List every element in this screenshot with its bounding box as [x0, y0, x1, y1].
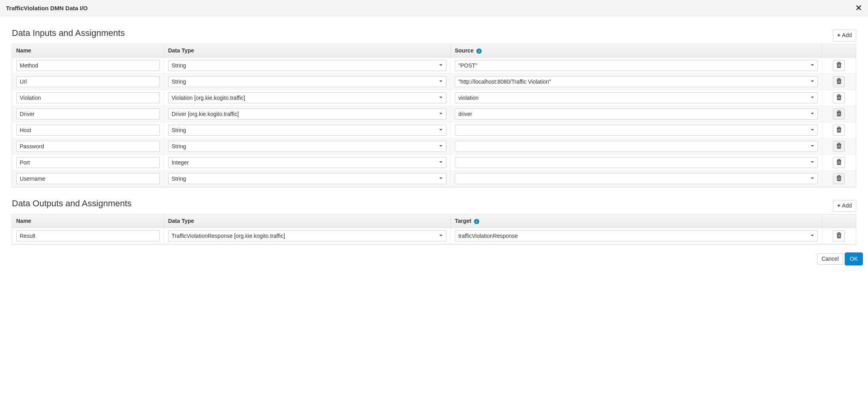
add-input-label: Add: [842, 32, 852, 39]
inputs-type-select[interactable]: [168, 92, 447, 103]
cell-type: [164, 58, 451, 74]
delete-row-button[interactable]: [833, 76, 845, 87]
cell-source: [451, 138, 822, 155]
cell-source: [451, 106, 822, 122]
inputs-type-value[interactable]: [168, 157, 447, 168]
info-icon[interactable]: i: [474, 219, 480, 224]
outputs-col-target: Target i: [451, 215, 822, 228]
inputs-name-input[interactable]: [16, 125, 160, 136]
delete-row-button[interactable]: [833, 173, 845, 184]
modal-footer: Cancel OK: [0, 248, 868, 270]
add-input-button[interactable]: +Add: [833, 30, 856, 41]
trash-icon: [836, 232, 842, 239]
cell-type: [164, 74, 451, 90]
outputs-type-value[interactable]: [168, 230, 447, 241]
inputs-source-value[interactable]: [455, 173, 817, 184]
inputs-source-select[interactable]: [455, 141, 817, 152]
trash-icon: [836, 62, 842, 69]
cell-source: [451, 122, 822, 138]
cell-actions: [822, 228, 856, 244]
trash-icon: [836, 78, 842, 85]
outputs-section-header: Data Outputs and Assignments +Add: [12, 198, 856, 212]
delete-row-button[interactable]: [833, 141, 845, 152]
table-row: [12, 171, 856, 187]
cell-source: [451, 90, 822, 106]
inputs-type-value[interactable]: [168, 108, 447, 120]
delete-row-button[interactable]: [833, 230, 845, 241]
inputs-source-value[interactable]: [455, 141, 817, 152]
cell-name: [12, 155, 164, 171]
delete-row-button[interactable]: [833, 60, 845, 71]
cell-type: [164, 106, 451, 122]
inputs-type-value[interactable]: [168, 76, 447, 87]
inputs-type-select[interactable]: [168, 76, 447, 87]
inputs-section-header: Data Inputs and Assignments +Add: [12, 28, 856, 41]
inputs-source-select[interactable]: [455, 76, 817, 87]
inputs-type-select[interactable]: [168, 108, 447, 120]
inputs-type-select[interactable]: [168, 125, 447, 136]
inputs-source-select[interactable]: [455, 157, 817, 168]
info-icon[interactable]: i: [476, 48, 482, 54]
close-icon[interactable]: ✕: [855, 4, 862, 12]
inputs-type-value[interactable]: [168, 92, 447, 103]
inputs-table: Name Data Type Source i: [12, 44, 856, 187]
delete-row-button[interactable]: [833, 92, 845, 103]
inputs-name-input[interactable]: [16, 108, 160, 120]
delete-row-button[interactable]: [833, 157, 845, 168]
inputs-source-select[interactable]: [455, 108, 817, 120]
inputs-source-value[interactable]: [455, 76, 817, 87]
inputs-type-select[interactable]: [168, 173, 447, 184]
outputs-target-select[interactable]: [455, 230, 817, 241]
inputs-col-actions: [822, 44, 856, 58]
inputs-col-source-label: Source: [455, 47, 473, 54]
outputs-target-value[interactable]: [455, 230, 817, 241]
inputs-source-value[interactable]: [455, 92, 817, 103]
outputs-table: Name Data Type Target i: [12, 214, 856, 245]
add-output-button[interactable]: +Add: [833, 200, 856, 212]
table-row: [12, 138, 856, 155]
inputs-name-input[interactable]: [16, 92, 160, 103]
inputs-source-value[interactable]: [455, 108, 817, 120]
inputs-type-value[interactable]: [168, 173, 447, 184]
svg-text:i: i: [476, 219, 477, 224]
inputs-name-input[interactable]: [16, 60, 160, 71]
inputs-source-select[interactable]: [455, 92, 817, 103]
inputs-type-select[interactable]: [168, 157, 447, 168]
cell-type: [164, 122, 451, 138]
modal-title: TrafficViolation DMN Data I/O: [6, 5, 88, 11]
cell-source: [451, 74, 822, 90]
trash-icon: [836, 175, 842, 182]
cell-actions: [822, 155, 856, 171]
inputs-source-select[interactable]: [455, 173, 817, 184]
trash-icon: [836, 94, 842, 101]
cancel-button[interactable]: Cancel: [817, 253, 843, 265]
cell-name: [12, 106, 164, 122]
outputs-table-header-row: Name Data Type Target i: [12, 215, 856, 228]
delete-row-button[interactable]: [833, 108, 845, 120]
plus-icon: +: [837, 32, 840, 39]
inputs-source-value[interactable]: [455, 125, 817, 136]
cell-name: [12, 138, 164, 155]
inputs-source-select[interactable]: [455, 125, 817, 136]
cell-name: [12, 171, 164, 187]
inputs-name-input[interactable]: [16, 173, 160, 184]
inputs-type-value[interactable]: [168, 141, 447, 152]
inputs-type-value[interactable]: [168, 60, 447, 71]
inputs-source-value[interactable]: [455, 157, 817, 168]
inputs-col-source: Source i: [451, 44, 822, 58]
inputs-type-select[interactable]: [168, 60, 447, 71]
cell-actions: [822, 58, 856, 74]
cell-type: [164, 138, 451, 155]
inputs-name-input[interactable]: [16, 157, 160, 168]
outputs-name-input[interactable]: [16, 230, 160, 241]
inputs-name-input[interactable]: [16, 76, 160, 87]
cell-name: [12, 74, 164, 90]
inputs-source-select[interactable]: [455, 60, 817, 71]
inputs-source-value[interactable]: [455, 60, 817, 71]
inputs-type-select[interactable]: [168, 141, 447, 152]
outputs-type-select[interactable]: [168, 230, 447, 241]
ok-button[interactable]: OK: [846, 253, 862, 265]
inputs-type-value[interactable]: [168, 125, 447, 136]
inputs-name-input[interactable]: [16, 141, 160, 152]
delete-row-button[interactable]: [833, 125, 845, 136]
